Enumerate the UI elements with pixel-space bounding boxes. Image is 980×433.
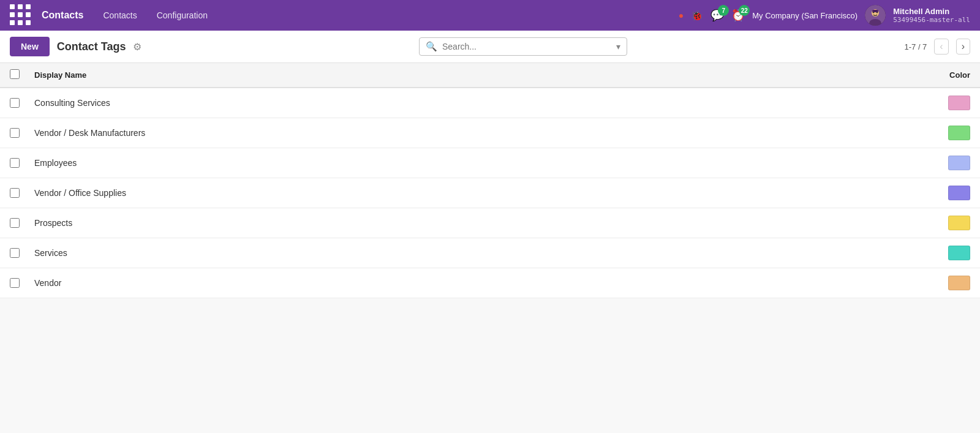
col-header-color: Color [909, 70, 970, 80]
color-swatch [948, 216, 970, 230]
company-name[interactable]: My Company (San Francisco) [752, 11, 858, 20]
row-checkbox-cell [10, 98, 34, 108]
settings-icon[interactable]: ⚙ [133, 41, 141, 53]
search-dropdown-icon[interactable]: ▾ [616, 42, 620, 51]
row-display-name: Vendor / Office Supplies [34, 188, 909, 198]
page-title: Contact Tags [57, 40, 126, 53]
new-button[interactable]: New [10, 37, 50, 56]
row-checkbox-cell [10, 248, 34, 258]
search-icon: 🔍 [426, 41, 437, 52]
row-color-cell [909, 156, 970, 170]
row-display-name: Prospects [34, 218, 909, 228]
row-checkbox[interactable] [10, 98, 20, 108]
row-checkbox-cell [10, 188, 34, 198]
table-row[interactable]: Services [0, 238, 980, 268]
table-body: Consulting Services Vendor / Desk Manufa… [0, 88, 980, 298]
color-swatch [948, 246, 970, 260]
user-info[interactable]: Mitchell Admin 53499456-master-all [893, 7, 970, 24]
top-navbar: Contacts Contacts Configuration ● 🐞 💬 7 … [0, 0, 980, 31]
row-color-cell [909, 246, 970, 260]
pagination-info: 1-7 / 7 [904, 42, 927, 51]
row-display-name: Consulting Services [34, 98, 909, 108]
clock-badge: 22 [739, 5, 750, 16]
row-checkbox-cell [10, 218, 34, 228]
row-display-name: Vendor / Desk Manufacturers [34, 128, 909, 138]
color-swatch [948, 96, 970, 110]
user-id: 53499456-master-all [893, 16, 970, 24]
row-checkbox[interactable] [10, 248, 20, 258]
table-header-row: Display Name Color [0, 63, 980, 88]
table-row[interactable]: Vendor / Office Supplies [0, 178, 980, 208]
search-input[interactable] [442, 42, 612, 51]
clock-icon[interactable]: ⏰ 22 [731, 9, 745, 22]
search-bar: 🔍 ▾ [419, 37, 627, 56]
row-display-name: Vendor [34, 278, 909, 288]
row-checkbox[interactable] [10, 218, 20, 228]
row-checkbox[interactable] [10, 128, 20, 138]
bug-icon[interactable]: 🐞 [691, 10, 703, 21]
toolbar: New Contact Tags ⚙ 🔍 ▾ 1-7 / 7 ‹ › [0, 31, 980, 63]
table-row[interactable]: Employees [0, 148, 980, 178]
svg-rect-5 [872, 10, 878, 12]
row-checkbox-cell [10, 128, 34, 138]
username: Mitchell Admin [893, 7, 949, 16]
row-color-cell [909, 186, 970, 200]
table-row[interactable]: Consulting Services [0, 88, 980, 118]
nav-configuration[interactable]: Configuration [152, 8, 213, 23]
chat-icon[interactable]: 💬 7 [710, 9, 724, 22]
row-color-cell [909, 96, 970, 110]
color-swatch [948, 156, 970, 170]
row-checkbox[interactable] [10, 158, 20, 168]
row-checkbox-cell [10, 158, 34, 168]
pagination-next-button[interactable]: › [956, 39, 970, 55]
nav-contacts[interactable]: Contacts [98, 8, 141, 23]
select-all-checkbox[interactable] [10, 69, 20, 79]
row-color-cell [909, 276, 970, 290]
color-swatch [948, 126, 970, 140]
record-status-icon[interactable]: ● [679, 10, 684, 20]
row-display-name: Employees [34, 158, 909, 168]
row-color-cell [909, 126, 970, 140]
table-row[interactable]: Vendor / Desk Manufacturers [0, 118, 980, 148]
pagination-prev-button[interactable]: ‹ [934, 39, 948, 55]
row-checkbox[interactable] [10, 278, 20, 288]
color-swatch [948, 186, 970, 200]
row-display-name: Services [34, 248, 909, 258]
table-row[interactable]: Vendor [0, 268, 980, 298]
app-name[interactable]: Contacts [42, 10, 83, 21]
row-color-cell [909, 216, 970, 230]
row-checkbox-cell [10, 278, 34, 288]
header-checkbox-cell [10, 69, 34, 81]
chat-badge: 7 [718, 5, 729, 16]
contact-tags-table: Display Name Color Consulting Services V… [0, 63, 980, 298]
table-row[interactable]: Prospects [0, 208, 980, 238]
row-checkbox[interactable] [10, 188, 20, 198]
user-avatar[interactable] [865, 5, 886, 26]
color-swatch [948, 276, 970, 290]
col-header-name: Display Name [34, 70, 909, 80]
app-grid-icon[interactable] [10, 4, 32, 26]
